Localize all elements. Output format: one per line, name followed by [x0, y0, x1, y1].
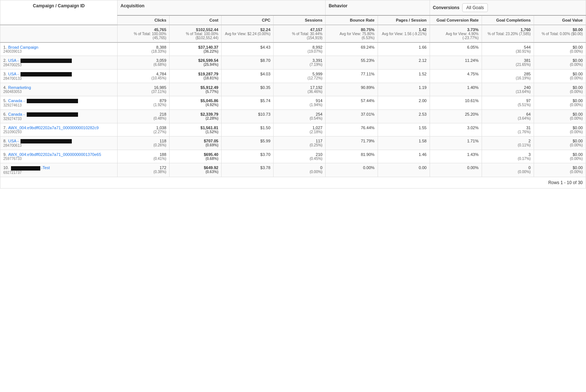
- sessions-value: 3,391: [277, 58, 322, 63]
- goal-completions-value: 381: [485, 58, 531, 63]
- cost-value: $707.05: [173, 139, 218, 143]
- goal-conversion-rate-value: 1.40%: [433, 85, 479, 90]
- goal-completions-value: 3: [485, 152, 531, 157]
- totals-campaign-cell: [0, 25, 118, 42]
- bounce-rate-cell: 76.44%: [326, 123, 378, 137]
- totals-cpc-value: $2.24: [225, 27, 270, 32]
- clicks-sub: (0.38%): [120, 170, 166, 174]
- campaign-link[interactable]: Remarketing: [8, 85, 31, 90]
- totals-pages-cell: 1.42 Avg for View: 1.56 (-9.21%): [378, 25, 430, 42]
- pages-session-cell: 1.58: [378, 137, 430, 150]
- goal-value-sub: (0.00%): [537, 116, 583, 120]
- redacted-bar: [21, 59, 72, 63]
- campaign-link[interactable]: -Test: [10, 165, 50, 170]
- pages-session-value: 1.55: [381, 126, 427, 130]
- campaign-link[interactable]: AWX_004:e9bdff02202a7a71_00000000001370e…: [8, 152, 101, 157]
- sessions-value: 5,999: [277, 72, 322, 76]
- goal-completions-sub: (16.19%): [485, 76, 531, 80]
- campaign-cell: 5.Canada - 329274613: [0, 96, 118, 110]
- cost-sub: (5.77%): [173, 90, 218, 94]
- bounce-rate-value: 57.44%: [329, 98, 374, 103]
- clicks-sub: (2.27%): [120, 130, 166, 134]
- goal-completions-cell: 0(0.00%): [482, 163, 534, 177]
- clicks-cell: 8,388(18.33%): [118, 42, 170, 56]
- goal-value-value: $0.00: [537, 45, 583, 49]
- campaign-cell: 4.Remarketing260483053: [0, 83, 118, 96]
- pages-session-cell: 1.19: [378, 83, 430, 96]
- pages-session-cell: 1.66: [378, 42, 430, 56]
- goal-completions-sub: (30.91%): [485, 49, 531, 53]
- clicks-cell: 218(0.48%): [118, 110, 170, 123]
- sessions-value: 210: [277, 152, 322, 157]
- goal-conversion-rate-value: 10.61%: [433, 98, 479, 103]
- cost-cell: $2,339.79(2.28%): [170, 110, 222, 123]
- all-goals-button[interactable]: All Goals: [462, 3, 488, 12]
- table-row: 10.-Test692721737172(0.38%)$649.92(0.63%…: [0, 163, 586, 177]
- goal-conversion-rate-cell: 1.43%: [430, 150, 482, 163]
- cpc-cell: $3.70: [222, 150, 274, 163]
- pages-session-value: 0.00: [381, 165, 427, 170]
- campaign-link[interactable]: USA -: [8, 139, 73, 143]
- redacted-bar: [27, 99, 78, 103]
- goal-value-sub: (0.00%): [537, 103, 583, 107]
- clicks-cell: 4,784(10.45%): [118, 70, 170, 83]
- cpc-header: CPC: [222, 15, 274, 25]
- sessions-sub: (1.94%): [277, 103, 322, 107]
- goal-value-cell: $0.00(0.00%): [534, 150, 586, 163]
- pages-session-value: 1.19: [381, 85, 427, 90]
- campaign-link[interactable]: USA -: [8, 72, 73, 76]
- sessions-cell: 210(0.45%): [274, 150, 326, 163]
- cpc-value: $10.73: [225, 112, 270, 116]
- campaign-link[interactable]: Broad Campaign: [8, 45, 38, 49]
- totals-completions-value: 1,760: [485, 27, 531, 32]
- pages-session-cell: 1.55: [378, 123, 430, 137]
- totals-sessions-value: 47,157: [277, 27, 322, 32]
- pages-session-cell: 2.00: [378, 96, 430, 110]
- clicks-sub: (1.92%): [120, 103, 166, 107]
- campaign-link[interactable]: USA -: [8, 58, 73, 63]
- sessions-sub: (0.25%): [277, 143, 322, 147]
- goal-value-value: $0.00: [537, 98, 583, 103]
- goal-conversion-rate-value: 6.05%: [433, 45, 479, 49]
- clicks-label: Clicks: [155, 18, 166, 22]
- sessions-sub: (19.07%): [277, 49, 322, 53]
- table-row: 1.Broad Campaign2400390138,388(18.33%)$3…: [0, 42, 586, 56]
- row-number: 5.: [3, 98, 7, 103]
- goal-conversion-rate-value: 1.71%: [433, 139, 479, 143]
- goal-value-cell: $0.00(0.00%): [534, 70, 586, 83]
- campaign-link[interactable]: Canada -: [8, 98, 78, 103]
- goal-completions-sub: (0.00%): [485, 170, 531, 174]
- campaign-link[interactable]: Canada -: [8, 112, 78, 116]
- acquisition-label: Acquisition: [120, 3, 144, 8]
- cpc-value: $8.70: [225, 58, 270, 63]
- redacted-bar: [21, 72, 72, 76]
- goal-completions-sub: (13.64%): [485, 90, 531, 94]
- sessions-cell: 3,391(7.19%): [274, 56, 326, 70]
- campaign-id: 329274733: [3, 117, 114, 121]
- pages-session-value: 2.53: [381, 112, 427, 116]
- sessions-cell: 8,992(19.07%): [274, 42, 326, 56]
- goal-value-cell: $0.00(0.00%): [534, 96, 586, 110]
- cost-sub: (18.81%): [173, 76, 218, 80]
- bounce-rate-value: 81.90%: [329, 152, 374, 157]
- clicks-cell: 118(0.26%): [118, 137, 170, 150]
- totals-clicks-sub: % of Total: 100.00% (45,765): [120, 32, 166, 40]
- clicks-value: 218: [120, 112, 166, 116]
- cpc-value: $5.74: [225, 98, 270, 103]
- totals-clicks-value: 45,765: [120, 27, 166, 32]
- sessions-cell: 914(1.94%): [274, 96, 326, 110]
- cpc-value: $4.43: [225, 45, 270, 49]
- goal-completions-cell: 2(0.11%): [482, 137, 534, 150]
- cpc-value: $3.78: [225, 165, 270, 170]
- clicks-value: 172: [120, 165, 166, 170]
- bounce-rate-cell: 81.90%: [326, 150, 378, 163]
- campaign-link[interactable]: AWX_004:e9bdff02202a7a71_00000000010282c…: [8, 126, 99, 130]
- clicks-cell: 188(0.41%): [118, 150, 170, 163]
- cpc-cell: $10.73: [222, 110, 274, 123]
- cpc-cell: $4.43: [222, 42, 274, 56]
- cost-value: $1,561.81: [173, 126, 218, 130]
- totals-value-cell: $0.00 % of Total: 0.00% ($0.00): [534, 25, 586, 42]
- goal-completions-cell: 31(1.76%): [482, 123, 534, 137]
- campaign-id: 329274613: [3, 103, 114, 107]
- cpc-cell: $5.99: [222, 137, 274, 150]
